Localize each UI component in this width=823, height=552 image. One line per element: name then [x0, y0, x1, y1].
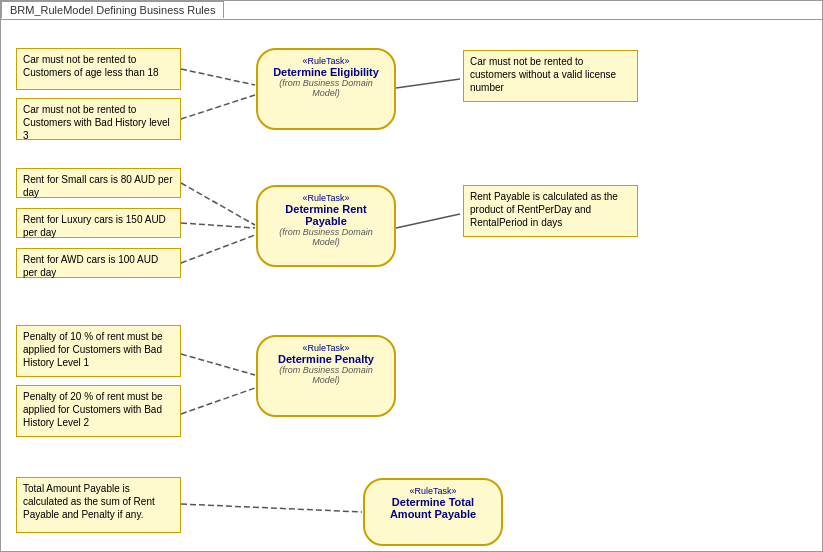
svg-line-7	[181, 354, 255, 375]
diagram-container: BRM_RuleModel Defining Business Rules Ca…	[0, 0, 823, 552]
rule-input-2: Car must not be rented to Customers with…	[16, 98, 181, 140]
rule-input-8: Total Amount Payable is calculated as th…	[16, 477, 181, 533]
output-box-2: Rent Payable is calculated as the produc…	[463, 185, 638, 237]
rt1-stereotype: «RuleTask»	[268, 56, 384, 66]
svg-line-9	[181, 504, 362, 512]
svg-line-1	[181, 95, 255, 119]
rt2-name: Determine Rent Payable	[268, 203, 384, 227]
rule-input-3: Rent for Small cars is 80 AUD per day	[16, 168, 181, 198]
rt2-source: (from Business DomainModel)	[268, 227, 384, 247]
rt1-name: Determine Eligibility	[268, 66, 384, 78]
tab-label[interactable]: BRM_RuleModel Defining Business Rules	[1, 1, 224, 18]
rt4-stereotype: «RuleTask»	[375, 486, 491, 496]
svg-line-2	[396, 79, 460, 88]
svg-line-6	[396, 214, 460, 228]
svg-line-4	[181, 223, 255, 228]
diagram-area: Car must not be rented to Customers of a…	[1, 19, 822, 551]
svg-line-3	[181, 183, 255, 225]
svg-line-8	[181, 388, 255, 414]
rule-input-5: Rent for AWD cars is 100 AUD per day	[16, 248, 181, 278]
output-box-1: Car must not be rented to customers with…	[463, 50, 638, 102]
rt3-source: (from Business DomainModel)	[268, 365, 384, 385]
svg-line-5	[181, 235, 255, 263]
rt2-stereotype: «RuleTask»	[268, 193, 384, 203]
rule-task-eligibility[interactable]: «RuleTask» Determine Eligibility (from B…	[256, 48, 396, 130]
rule-task-total[interactable]: «RuleTask» Determine Total Amount Payabl…	[363, 478, 503, 546]
rt3-stereotype: «RuleTask»	[268, 343, 384, 353]
rule-input-7: Penalty of 20 % of rent must be applied …	[16, 385, 181, 437]
rt1-source: (from Business DomainModel)	[268, 78, 384, 98]
rule-input-4: Rent for Luxury cars is 150 AUD per day	[16, 208, 181, 238]
rule-task-penalty[interactable]: «RuleTask» Determine Penalty (from Busin…	[256, 335, 396, 417]
rule-input-1: Car must not be rented to Customers of a…	[16, 48, 181, 90]
rt4-name: Determine Total Amount Payable	[375, 496, 491, 520]
rule-input-6: Penalty of 10 % of rent must be applied …	[16, 325, 181, 377]
svg-line-0	[181, 69, 255, 85]
rt3-name: Determine Penalty	[268, 353, 384, 365]
rule-task-rent[interactable]: «RuleTask» Determine Rent Payable (from …	[256, 185, 396, 267]
